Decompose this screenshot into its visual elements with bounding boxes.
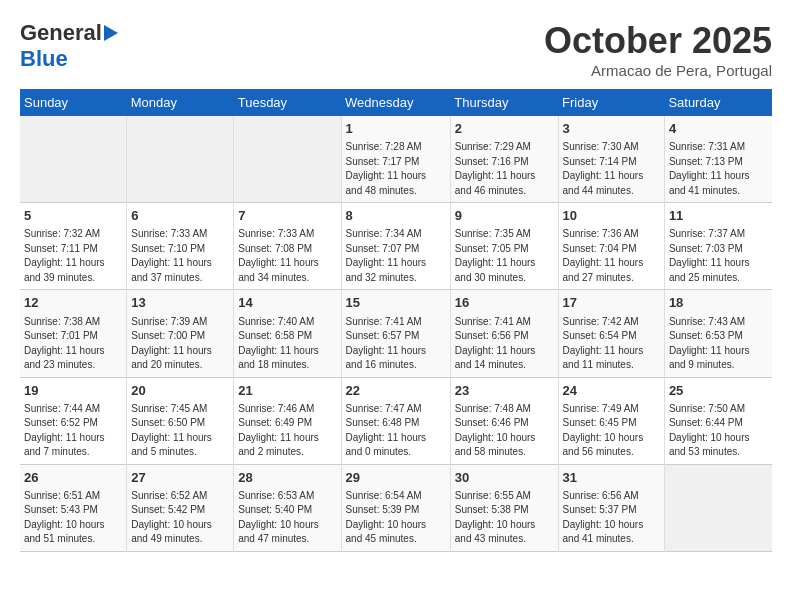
header-thursday: Thursday [450, 89, 558, 116]
calendar-cell: 19Sunrise: 7:44 AM Sunset: 6:52 PM Dayli… [20, 377, 127, 464]
day-number: 18 [669, 294, 768, 312]
day-number: 11 [669, 207, 768, 225]
calendar-table: SundayMondayTuesdayWednesdayThursdayFrid… [20, 89, 772, 552]
day-info: Sunrise: 6:56 AM Sunset: 5:37 PM Dayligh… [563, 489, 660, 547]
day-info: Sunrise: 6:53 AM Sunset: 5:40 PM Dayligh… [238, 489, 336, 547]
day-info: Sunrise: 7:39 AM Sunset: 7:00 PM Dayligh… [131, 315, 229, 373]
day-number: 4 [669, 120, 768, 138]
month-title: October 2025 [544, 20, 772, 62]
calendar-cell [127, 116, 234, 203]
day-number: 6 [131, 207, 229, 225]
calendar-week-row: 5Sunrise: 7:32 AM Sunset: 7:11 PM Daylig… [20, 203, 772, 290]
day-number: 25 [669, 382, 768, 400]
logo-text: General [20, 20, 102, 46]
header-monday: Monday [127, 89, 234, 116]
calendar-cell: 27Sunrise: 6:52 AM Sunset: 5:42 PM Dayli… [127, 464, 234, 551]
day-info: Sunrise: 7:28 AM Sunset: 7:17 PM Dayligh… [346, 140, 446, 198]
calendar-cell: 17Sunrise: 7:42 AM Sunset: 6:54 PM Dayli… [558, 290, 664, 377]
calendar-cell: 4Sunrise: 7:31 AM Sunset: 7:13 PM Daylig… [664, 116, 772, 203]
calendar-cell: 11Sunrise: 7:37 AM Sunset: 7:03 PM Dayli… [664, 203, 772, 290]
header-tuesday: Tuesday [234, 89, 341, 116]
calendar-cell: 28Sunrise: 6:53 AM Sunset: 5:40 PM Dayli… [234, 464, 341, 551]
calendar-cell: 30Sunrise: 6:55 AM Sunset: 5:38 PM Dayli… [450, 464, 558, 551]
day-info: Sunrise: 7:35 AM Sunset: 7:05 PM Dayligh… [455, 227, 554, 285]
day-number: 7 [238, 207, 336, 225]
calendar-cell [664, 464, 772, 551]
day-info: Sunrise: 7:48 AM Sunset: 6:46 PM Dayligh… [455, 402, 554, 460]
day-number: 31 [563, 469, 660, 487]
day-info: Sunrise: 7:42 AM Sunset: 6:54 PM Dayligh… [563, 315, 660, 373]
location-subtitle: Armacao de Pera, Portugal [544, 62, 772, 79]
day-number: 13 [131, 294, 229, 312]
calendar-cell: 8Sunrise: 7:34 AM Sunset: 7:07 PM Daylig… [341, 203, 450, 290]
calendar-cell: 20Sunrise: 7:45 AM Sunset: 6:50 PM Dayli… [127, 377, 234, 464]
calendar-cell: 25Sunrise: 7:50 AM Sunset: 6:44 PM Dayli… [664, 377, 772, 464]
day-number: 12 [24, 294, 122, 312]
day-number: 9 [455, 207, 554, 225]
calendar-cell: 29Sunrise: 6:54 AM Sunset: 5:39 PM Dayli… [341, 464, 450, 551]
day-number: 19 [24, 382, 122, 400]
day-number: 3 [563, 120, 660, 138]
day-number: 15 [346, 294, 446, 312]
header-wednesday: Wednesday [341, 89, 450, 116]
day-number: 10 [563, 207, 660, 225]
day-info: Sunrise: 7:41 AM Sunset: 6:56 PM Dayligh… [455, 315, 554, 373]
header: General Blue October 2025 Armacao de Per… [20, 20, 772, 79]
calendar-week-row: 26Sunrise: 6:51 AM Sunset: 5:43 PM Dayli… [20, 464, 772, 551]
day-info: Sunrise: 7:33 AM Sunset: 7:10 PM Dayligh… [131, 227, 229, 285]
day-number: 30 [455, 469, 554, 487]
day-info: Sunrise: 7:34 AM Sunset: 7:07 PM Dayligh… [346, 227, 446, 285]
day-number: 5 [24, 207, 122, 225]
calendar-cell: 13Sunrise: 7:39 AM Sunset: 7:00 PM Dayli… [127, 290, 234, 377]
calendar-week-row: 1Sunrise: 7:28 AM Sunset: 7:17 PM Daylig… [20, 116, 772, 203]
day-info: Sunrise: 7:37 AM Sunset: 7:03 PM Dayligh… [669, 227, 768, 285]
calendar-cell: 21Sunrise: 7:46 AM Sunset: 6:49 PM Dayli… [234, 377, 341, 464]
calendar-week-row: 12Sunrise: 7:38 AM Sunset: 7:01 PM Dayli… [20, 290, 772, 377]
day-number: 20 [131, 382, 229, 400]
calendar-cell: 3Sunrise: 7:30 AM Sunset: 7:14 PM Daylig… [558, 116, 664, 203]
calendar-cell: 15Sunrise: 7:41 AM Sunset: 6:57 PM Dayli… [341, 290, 450, 377]
calendar-cell: 23Sunrise: 7:48 AM Sunset: 6:46 PM Dayli… [450, 377, 558, 464]
calendar-cell: 10Sunrise: 7:36 AM Sunset: 7:04 PM Dayli… [558, 203, 664, 290]
day-info: Sunrise: 7:43 AM Sunset: 6:53 PM Dayligh… [669, 315, 768, 373]
calendar-cell: 14Sunrise: 7:40 AM Sunset: 6:58 PM Dayli… [234, 290, 341, 377]
day-info: Sunrise: 7:44 AM Sunset: 6:52 PM Dayligh… [24, 402, 122, 460]
day-number: 8 [346, 207, 446, 225]
day-number: 1 [346, 120, 446, 138]
calendar-cell [20, 116, 127, 203]
day-info: Sunrise: 6:54 AM Sunset: 5:39 PM Dayligh… [346, 489, 446, 547]
day-info: Sunrise: 7:49 AM Sunset: 6:45 PM Dayligh… [563, 402, 660, 460]
calendar-cell: 31Sunrise: 6:56 AM Sunset: 5:37 PM Dayli… [558, 464, 664, 551]
day-info: Sunrise: 6:52 AM Sunset: 5:42 PM Dayligh… [131, 489, 229, 547]
day-info: Sunrise: 6:51 AM Sunset: 5:43 PM Dayligh… [24, 489, 122, 547]
day-number: 29 [346, 469, 446, 487]
calendar-cell [234, 116, 341, 203]
day-info: Sunrise: 7:32 AM Sunset: 7:11 PM Dayligh… [24, 227, 122, 285]
calendar-cell: 1Sunrise: 7:28 AM Sunset: 7:17 PM Daylig… [341, 116, 450, 203]
day-info: Sunrise: 6:55 AM Sunset: 5:38 PM Dayligh… [455, 489, 554, 547]
day-number: 17 [563, 294, 660, 312]
header-sunday: Sunday [20, 89, 127, 116]
day-info: Sunrise: 7:36 AM Sunset: 7:04 PM Dayligh… [563, 227, 660, 285]
day-info: Sunrise: 7:31 AM Sunset: 7:13 PM Dayligh… [669, 140, 768, 198]
day-number: 21 [238, 382, 336, 400]
day-number: 26 [24, 469, 122, 487]
day-number: 23 [455, 382, 554, 400]
calendar-cell: 5Sunrise: 7:32 AM Sunset: 7:11 PM Daylig… [20, 203, 127, 290]
calendar-cell: 18Sunrise: 7:43 AM Sunset: 6:53 PM Dayli… [664, 290, 772, 377]
calendar-cell: 12Sunrise: 7:38 AM Sunset: 7:01 PM Dayli… [20, 290, 127, 377]
logo-blue-text: Blue [20, 46, 68, 71]
day-info: Sunrise: 7:41 AM Sunset: 6:57 PM Dayligh… [346, 315, 446, 373]
day-info: Sunrise: 7:46 AM Sunset: 6:49 PM Dayligh… [238, 402, 336, 460]
calendar-cell: 26Sunrise: 6:51 AM Sunset: 5:43 PM Dayli… [20, 464, 127, 551]
day-info: Sunrise: 7:38 AM Sunset: 7:01 PM Dayligh… [24, 315, 122, 373]
day-info: Sunrise: 7:45 AM Sunset: 6:50 PM Dayligh… [131, 402, 229, 460]
calendar-cell: 6Sunrise: 7:33 AM Sunset: 7:10 PM Daylig… [127, 203, 234, 290]
header-saturday: Saturday [664, 89, 772, 116]
title-section: October 2025 Armacao de Pera, Portugal [544, 20, 772, 79]
day-number: 24 [563, 382, 660, 400]
day-number: 14 [238, 294, 336, 312]
calendar-header-row: SundayMondayTuesdayWednesdayThursdayFrid… [20, 89, 772, 116]
day-info: Sunrise: 7:29 AM Sunset: 7:16 PM Dayligh… [455, 140, 554, 198]
day-info: Sunrise: 7:30 AM Sunset: 7:14 PM Dayligh… [563, 140, 660, 198]
